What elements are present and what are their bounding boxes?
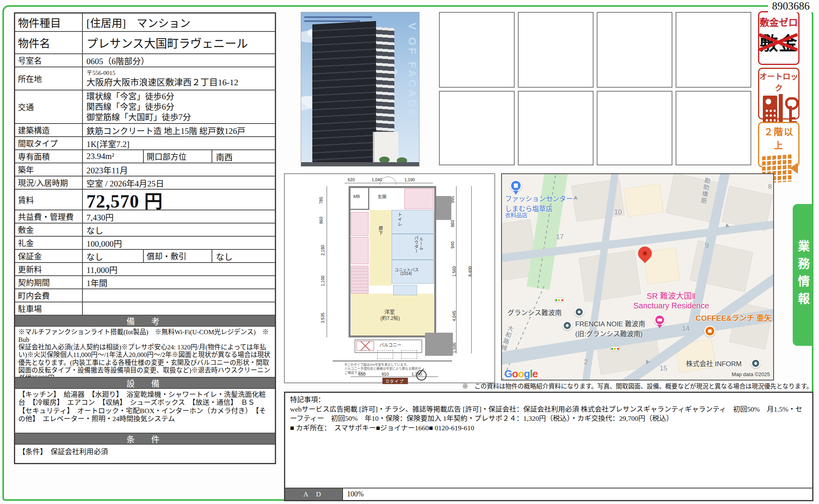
structure-block xyxy=(436,196,451,220)
table-row: 交通 環状線「今宮」徒歩6分 関西線「今宮」徒歩6分 御堂筋線「大国町」徒歩7分 xyxy=(15,90,275,124)
hallway-area xyxy=(369,210,392,286)
property-table: 物件種目 [住居用] マンション 物件名 プレサンス大国町ラヴェニール 号室名 … xyxy=(14,12,276,464)
row-label: 町内会費 xyxy=(15,289,83,302)
row-label: 物件名 xyxy=(15,32,83,53)
dim-label: 785 xyxy=(319,197,323,204)
map-label-inform: 株式会社 INFORM xyxy=(686,358,742,368)
key-icon xyxy=(785,97,799,110)
pin-center xyxy=(566,324,569,327)
row-value: 南西 xyxy=(212,150,275,163)
dimension-line xyxy=(327,186,327,337)
pin-center xyxy=(754,362,757,365)
ad-row: A D 100% xyxy=(285,488,812,500)
label-line: Sanctuary Residence xyxy=(633,301,709,310)
place-pin-icon xyxy=(751,359,760,368)
equipment-section: 【キッチン】 給湯器 【水廻り】 浴室乾燥機・シャワートイレ・洗髪洗面化粧台 【… xyxy=(15,389,275,433)
table-row: 賃料 72,570 円 xyxy=(15,190,275,210)
row-label: 築年 xyxy=(15,163,83,176)
row-label: 専有面積 xyxy=(15,150,83,163)
document-number: 8903686 xyxy=(768,0,814,12)
address-cell: 〒556-0015 大阪府大阪市浪速区敷津西２丁目16-12 xyxy=(83,67,275,90)
dim-label: 860 xyxy=(450,220,455,227)
map-rail-name: 大和路線 xyxy=(501,324,515,352)
row-value: 2023年11月 xyxy=(83,163,275,176)
shopping-bag-glyph xyxy=(514,184,518,188)
dim-label: 2,180 xyxy=(320,245,325,255)
logo-letter: g xyxy=(524,368,530,380)
building-tower xyxy=(312,21,376,167)
table-row: 礼金 100,000円 xyxy=(15,237,275,250)
table-row: 現況/入居時期 空室 / 2026年4月25日 xyxy=(15,176,275,190)
pin-center xyxy=(578,311,581,314)
remarks-section: ※マルチファンクションライト搭載(Iot製品) ※無料Wi-Fi(U-COM光レ… xyxy=(15,327,275,378)
row-label: 共益費・管理費 xyxy=(15,210,83,223)
map-building-block xyxy=(623,184,664,217)
map-building-block xyxy=(579,250,641,302)
place-pin-icon xyxy=(562,321,572,330)
photo-placeholder xyxy=(439,12,515,88)
map-label-fashion-center: ファッションセンター しまむら塩草店 xyxy=(505,193,573,213)
map-number: 2 xyxy=(584,358,588,366)
cafe-pin-icon xyxy=(704,326,715,337)
table-row: 号室名 0605（6階部分） xyxy=(15,54,275,67)
special-notes-line: webサービス広告掲載 [許可]・チラシ、雑誌等掲載広告 [許可]・保証会社：保… xyxy=(290,405,802,423)
map-number: 17 xyxy=(556,233,564,241)
tab-business-info-label: 業務情報 xyxy=(794,240,811,310)
special-notes-box: 特記事項： webサービス広告掲載 [許可]・チラシ、雑誌等掲載広告 [許可]・… xyxy=(284,392,813,501)
label-line: SR 難波大国Ⅱ xyxy=(647,292,696,300)
plan-type-label: Dタイプ xyxy=(382,378,408,384)
ground-line xyxy=(333,361,452,361)
access-line: 御堂筋線「大国町」徒歩7分 xyxy=(86,112,191,122)
ad-label: A D xyxy=(285,488,342,500)
photo-placeholder xyxy=(676,12,751,88)
property-name: プレサンス大国町ラヴェニール xyxy=(83,32,275,53)
road-direction-arrow: ➤ xyxy=(572,195,579,200)
dim-label: 8,400 xyxy=(468,266,472,277)
badge-title: オートロック xyxy=(759,70,798,93)
table-row: 敷金 なし xyxy=(15,224,275,237)
dim-label: 1,100 xyxy=(320,276,325,286)
map-label-clothing: 衣料品店 xyxy=(505,211,527,219)
badge-title: 敷金ゼロ xyxy=(759,15,798,29)
access-line: 関西線「今宮」徒歩6分 xyxy=(86,102,174,112)
map-number: 9 xyxy=(705,242,709,250)
row-value xyxy=(83,302,275,315)
row-label: 建築構造 xyxy=(15,124,83,136)
logo-letter: G xyxy=(504,368,512,380)
row-label: 契約期間 xyxy=(15,276,83,288)
shoe-box-area xyxy=(404,188,433,209)
row-value: なし xyxy=(83,224,275,236)
remarks-text: ※マルチファンクションライト搭載(Iot製品) ※無料Wi-Fi(U-COM光レ… xyxy=(15,327,275,377)
row-label: 交通 xyxy=(15,90,83,123)
closet-area xyxy=(351,266,368,294)
row-value: 7,430円 xyxy=(83,210,275,223)
dim-label: 4,045 xyxy=(452,311,457,321)
row-value: 11,000円 xyxy=(83,263,275,275)
row-label: 物件種目 xyxy=(15,14,83,31)
row-label: 賃料 xyxy=(15,190,83,210)
intercom-camera-icon xyxy=(766,99,771,104)
room-label-powder2: ルーム xyxy=(418,237,424,250)
map-label-frencia: FRENCIA NOIE 難波南 (旧:グランシス難波南) xyxy=(575,318,645,338)
address: 大阪府大阪市浪速区敷津西２丁目16-12 xyxy=(86,77,238,88)
railway-line xyxy=(537,173,557,288)
map-copyright: Map data ©2025 xyxy=(732,371,770,377)
bed-glyph xyxy=(657,319,662,322)
table-row: 築年 2023年11月 xyxy=(15,163,275,176)
table-row: 物件種目 [住居用] マンション xyxy=(15,14,275,32)
photo-placeholder xyxy=(676,91,751,165)
floor-plan: 620 1,040 1,190 785 860 2,180 1,100 3,53… xyxy=(284,173,495,383)
meter-box xyxy=(351,188,369,210)
row-value: なし xyxy=(83,250,144,262)
room-label-bath-size: (1014) xyxy=(400,271,412,276)
table-row: 専有面積 23.94m² 開口部方位 南西 xyxy=(15,150,275,163)
label-line: ファッションセンター xyxy=(505,195,573,203)
balcony-crossed-box xyxy=(357,341,374,351)
pin-tail xyxy=(657,325,662,331)
building-photo: V OF FACADE xyxy=(301,12,419,167)
dim-label: 3,535 xyxy=(320,313,325,323)
tab-business-info[interactable]: 業務情報 xyxy=(793,204,813,346)
map-label-coffee: COFFEE&ランチ 亜矢 xyxy=(696,312,772,323)
rent-amount: 72,570 円 xyxy=(83,190,275,210)
dim-label: 860 xyxy=(319,217,323,224)
